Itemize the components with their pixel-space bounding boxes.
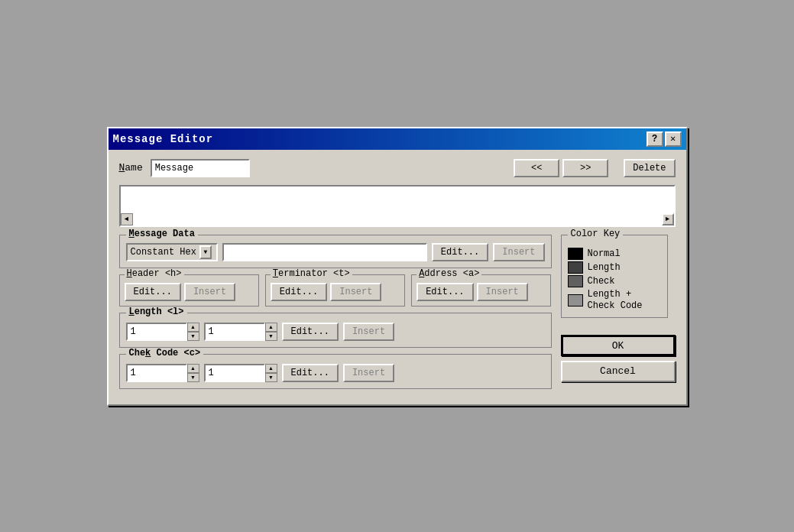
header-group: Header <h> Edit... Insert (119, 274, 259, 307)
message-data-row: Constant Hex ▼ Edit... Insert (126, 243, 545, 261)
length-spin2-buttons: ▲ ▼ (265, 323, 277, 341)
right-panel: Color Key Normal Length Check (561, 235, 676, 395)
address-row: Edit... Insert (416, 283, 546, 301)
nav-buttons: << >> (514, 159, 608, 177)
cancel-button[interactable]: Cancel (561, 361, 676, 382)
name-input[interactable] (151, 159, 250, 177)
length-spin1-buttons: ▲ ▼ (187, 323, 199, 341)
color-key-check: Check (568, 275, 661, 287)
length-group: Length <l> ▲ ▼ ▲ (119, 313, 552, 348)
help-button[interactable]: ? (647, 131, 663, 147)
left-panel: Message Data Constant Hex ▼ Edit... Inse… (119, 235, 552, 395)
length-edit-button[interactable]: Edit... (282, 323, 339, 341)
length-spin1-input[interactable] (126, 323, 187, 341)
check-code-label: Chek Code <c> (126, 348, 204, 358)
length-spin1-down[interactable]: ▼ (187, 332, 199, 341)
length-check-label: Length +Check Code (588, 289, 643, 313)
message-data-label: Message Data (126, 229, 198, 239)
title-bar: Message Editor ? ✕ (109, 128, 686, 150)
header-row: Edit... Insert (125, 283, 254, 301)
length-label: Length <l> (126, 307, 187, 317)
nav-next-button[interactable]: >> (562, 159, 608, 177)
length-insert-button[interactable]: Insert (343, 323, 394, 341)
address-label: Address <a> (416, 268, 481, 279)
color-key-normal: Normal (568, 248, 661, 260)
color-key-title: Color Key (568, 229, 624, 239)
message-data-group: Message Data Constant Hex ▼ Edit... Inse… (119, 235, 552, 268)
length-spinner1: ▲ ▼ (126, 323, 199, 341)
address-group: Address <a> Edit... Insert (411, 274, 551, 307)
check-color-label: Check (588, 276, 615, 287)
check-swatch (568, 275, 583, 287)
preview-area: ◄ ► (119, 185, 676, 227)
name-label: Name (119, 162, 143, 174)
close-button[interactable]: ✕ (665, 131, 682, 147)
length-row: ▲ ▼ ▲ ▼ Edit... Insert (126, 323, 545, 341)
scroll-right-arrow[interactable]: ► (662, 213, 674, 225)
nav-prev-button[interactable]: << (514, 159, 559, 177)
message-data-insert-button[interactable]: Insert (493, 243, 544, 261)
length-check-swatch (568, 294, 583, 307)
color-key-panel: Color Key Normal Length Check (561, 235, 668, 318)
length-spin2-up[interactable]: ▲ (265, 323, 277, 332)
ok-cancel-buttons: OK Cancel (561, 335, 676, 382)
message-data-edit-button[interactable]: Edit... (432, 243, 488, 261)
check-spinner2: ▲ ▼ (204, 364, 277, 382)
top-row: Name << >> Delete (119, 159, 676, 177)
scroll-left-arrow[interactable]: ◄ (121, 213, 133, 225)
dropdown-arrow-icon[interactable]: ▼ (199, 245, 212, 259)
check-insert-button[interactable]: Insert (343, 364, 394, 382)
check-spin1-input[interactable] (126, 364, 187, 382)
sub-groups-row: Header <h> Edit... Insert Terminator <t> (119, 274, 552, 307)
length-swatch (568, 261, 583, 274)
main-content: Message Data Constant Hex ▼ Edit... Inse… (119, 235, 676, 395)
color-key-length: Length (568, 261, 661, 274)
message-data-input[interactable] (222, 243, 427, 261)
length-spin2-down[interactable]: ▼ (265, 332, 277, 341)
terminator-group: Terminator <t> Edit... Insert (265, 274, 405, 307)
check-spinner1: ▲ ▼ (126, 364, 199, 382)
normal-swatch (568, 248, 583, 260)
terminator-label: Terminator <t> (271, 268, 352, 279)
length-spin2-input[interactable] (204, 323, 265, 341)
address-insert-button[interactable]: Insert (477, 283, 528, 301)
check-code-row: ▲ ▼ ▲ ▼ Edit... Insert (126, 364, 545, 382)
window-body: Name << >> Delete ◄ ► Message Data (109, 150, 686, 404)
address-edit-button[interactable]: Edit... (416, 283, 473, 301)
check-spin1-up[interactable]: ▲ (187, 364, 199, 373)
message-editor-window: Message Editor ? ✕ Name << >> Delete ◄ ► (107, 127, 688, 406)
terminator-insert-button[interactable]: Insert (330, 283, 381, 301)
color-key-items: Normal Length Check Length +Chec (568, 246, 661, 313)
length-spinner2: ▲ ▼ (204, 323, 277, 341)
header-label: Header <h> (125, 268, 184, 279)
check-spin2-down[interactable]: ▼ (265, 373, 277, 382)
check-code-group: Chek Code <c> ▲ ▼ (119, 354, 552, 389)
check-spin1-buttons: ▲ ▼ (187, 364, 199, 382)
check-spin2-up[interactable]: ▲ (265, 364, 277, 373)
color-key-length-check: Length +Check Code (568, 289, 661, 313)
window-title: Message Editor (113, 133, 214, 145)
dropdown-value: Constant Hex (131, 247, 196, 258)
title-bar-buttons: ? ✕ (647, 131, 682, 147)
header-edit-button[interactable]: Edit... (125, 283, 181, 301)
terminator-edit-button[interactable]: Edit... (271, 283, 327, 301)
header-insert-button[interactable]: Insert (184, 283, 235, 301)
terminator-row: Edit... Insert (271, 283, 400, 301)
check-edit-button[interactable]: Edit... (282, 364, 339, 382)
length-spin1-up[interactable]: ▲ (187, 323, 199, 332)
name-underline: N (119, 162, 125, 174)
normal-label: Normal (588, 248, 621, 259)
check-spin2-buttons: ▲ ▼ (265, 364, 277, 382)
check-spin1-down[interactable]: ▼ (187, 373, 199, 382)
length-color-label: Length (588, 262, 621, 273)
check-spin2-input[interactable] (204, 364, 265, 382)
constant-hex-dropdown[interactable]: Constant Hex ▼ (126, 243, 218, 261)
ok-button[interactable]: OK (561, 335, 676, 356)
delete-button[interactable]: Delete (624, 159, 675, 177)
